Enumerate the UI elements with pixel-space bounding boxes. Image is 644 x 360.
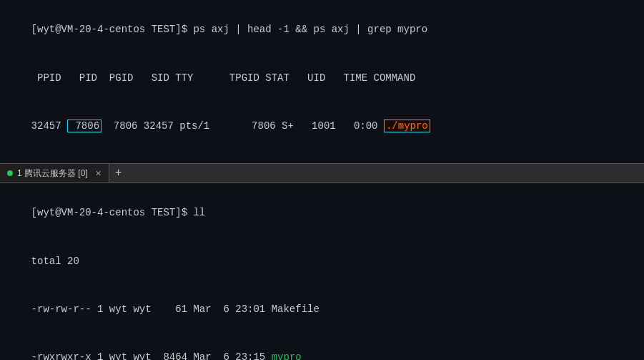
ll-command-line: [wyt@VM-20-4-centos TEST]$ ll [7,189,637,237]
ppid-1: 32457 [31,120,67,132]
top-terminal-pane: [wyt@VM-20-4-centos TEST]$ ps axj | head… [0,0,644,163]
mypro-binary-line: -rwxrwxr-x 1 wyt wyt 8464 Mar 6 23:15 my… [7,334,637,360]
mypro-filename: mypro [272,351,302,360]
ps-header-row: PPID PID PGID SID TTY TPGID STAT UID TIM… [7,54,637,102]
tab-label: 1 腾讯云服务器 [0] [17,167,88,180]
mypro-perms: -rwxrwxr-x 1 wyt wyt 8464 Mar 6 23:15 [31,351,272,360]
makefile-text: -rw-rw-r-- 1 wyt wyt 61 Mar 6 23:01 Make… [31,303,319,315]
header-text: PPID PID PGID SID TTY TPGID STAT UID TIM… [31,72,416,84]
rest-1: 7806 32457 pts/1 7806 S+ 1001 0:00 [101,120,384,132]
terminal-tab-1[interactable]: 1 腾讯云服务器 [0] ✕ [0,164,109,183]
bottom-terminal-pane: [wyt@VM-20-4-centos TEST]$ ll total 20 -… [0,183,644,360]
command-mypro: ./mypro [384,120,430,132]
ll-prompt: [wyt@VM-20-4-centos TEST]$ ll [31,207,206,218]
pid-1: 7806 [67,120,101,132]
total-text: total 20 [31,256,79,267]
command-line-1: [wyt@VM-20-4-centos TEST]$ ps axj | head… [7,6,637,54]
ps-data-row-2: 4428 7812 7811 4428 pts/2 7811 R+ 1001 0… [7,150,637,163]
tab-bar: 1 腾讯云服务器 [0] ✕ + [0,163,644,183]
tab-close-button[interactable]: ✕ [95,169,101,178]
new-tab-button[interactable]: + [109,167,128,180]
total-line: total 20 [7,237,637,285]
prompt-text-1: [wyt@VM-20-4-centos TEST]$ ps axj | head… [31,24,428,35]
ps-data-row-1: 32457 7806 7806 32457 pts/1 7806 S+ 1001… [7,102,637,150]
tab-status-dot [7,170,13,176]
makefile-line: -rw-rw-r-- 1 wyt wyt 61 Mar 6 23:01 Make… [7,285,637,333]
